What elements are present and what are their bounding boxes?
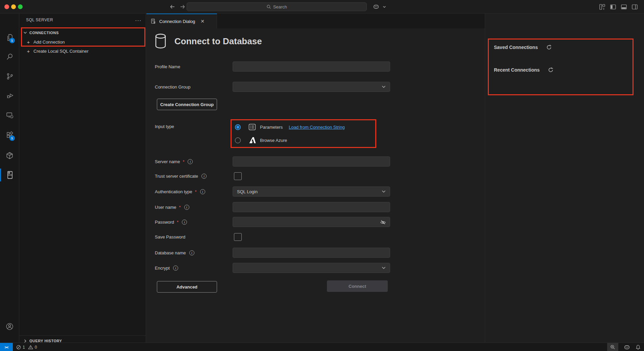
warning-count: 0 <box>35 345 37 350</box>
info-icon[interactable]: i <box>184 205 189 210</box>
plus-icon: + <box>26 39 31 45</box>
authentication-type-label: Authentication type* i <box>155 189 205 194</box>
chevron-down-icon <box>23 31 27 34</box>
sidebar-item-add-connection[interactable]: + Add Connection <box>19 37 146 46</box>
info-icon[interactable]: i <box>189 250 194 255</box>
tab-label: Connection Dialog <box>159 19 195 24</box>
user-name-input[interactable] <box>233 202 390 212</box>
extensions-badge: 1 <box>9 135 15 141</box>
connect-button[interactable]: Connect <box>327 280 388 292</box>
connections-section-header[interactable]: CONNECTIONS <box>19 28 146 37</box>
section-divider <box>19 335 146 336</box>
authentication-type-value: SQL Login <box>237 189 258 194</box>
toggle-panel-icon[interactable] <box>620 3 628 11</box>
customize-layout-icon[interactable] <box>598 3 606 11</box>
toggle-secondary-sidebar-icon[interactable] <box>630 3 639 11</box>
activity-bar: 1 1 <box>0 14 19 343</box>
copilot-status-icon[interactable] <box>624 345 630 350</box>
remote-explorer-icon[interactable] <box>0 107 19 123</box>
profile-name-label: Profile Name <box>155 64 180 69</box>
trust-server-certificate-checkbox[interactable] <box>234 172 242 180</box>
browse-azure-radio[interactable] <box>235 137 241 143</box>
toggle-primary-sidebar-icon[interactable] <box>609 3 617 11</box>
status-bar: >< 1 0 <box>0 343 644 351</box>
database-name-input[interactable] <box>233 248 390 258</box>
connections-side-panel: Saved Connections Recent Connections <box>485 14 644 343</box>
copilot-icon[interactable] <box>372 3 380 11</box>
navigate-forward-icon[interactable] <box>178 3 187 11</box>
info-icon[interactable]: i <box>173 266 178 271</box>
profile-name-input[interactable] <box>233 61 390 72</box>
search-placeholder: Search <box>273 4 287 9</box>
info-icon[interactable]: i <box>200 189 205 194</box>
plus-icon: + <box>26 48 31 54</box>
create-local-sql-container-label: Create Local SQL Container <box>33 49 89 54</box>
page-title: Connect to Database <box>174 36 262 47</box>
chevron-down-icon <box>382 85 386 88</box>
connection-dialog-tab-icon <box>150 18 157 24</box>
encrypt-select[interactable] <box>233 263 390 273</box>
containers-icon[interactable] <box>0 147 19 164</box>
required-marker: * <box>177 220 178 225</box>
server-name-input[interactable] <box>233 156 390 167</box>
problems-status[interactable]: 1 0 <box>16 343 37 351</box>
required-marker: * <box>195 189 197 194</box>
notifications-bell-icon[interactable] <box>636 345 641 350</box>
refresh-icon[interactable] <box>548 67 554 73</box>
trust-server-certificate-label: Trust server certificate i <box>155 174 207 179</box>
toggle-password-visibility-icon[interactable] <box>380 219 386 225</box>
explorer-badge: 1 <box>9 38 15 43</box>
authentication-type-select[interactable]: SQL Login <box>233 186 390 197</box>
connection-group-label: Connection Group <box>155 84 191 90</box>
add-connection-label: Add Connection <box>33 40 65 45</box>
sidebar-item-create-local-sql-container[interactable]: + Create Local SQL Container <box>19 47 146 55</box>
chevron-right-icon <box>24 339 27 343</box>
create-connection-group-button[interactable]: Create Connection Group <box>157 99 217 110</box>
chevron-down-icon <box>382 267 386 269</box>
advanced-button[interactable]: Advanced <box>157 281 217 293</box>
refresh-icon[interactable] <box>546 44 552 50</box>
title-bar: Search <box>0 0 644 14</box>
info-icon[interactable]: i <box>201 174 207 179</box>
info-icon[interactable]: i <box>182 220 187 225</box>
extensions-icon[interactable]: 1 <box>0 127 19 143</box>
recent-connections-label: Recent Connections <box>494 67 540 73</box>
sidebar-more-actions-icon[interactable]: ··· <box>134 16 143 25</box>
server-name-label: Server name* i <box>155 159 193 164</box>
error-count: 1 <box>23 345 25 350</box>
parameters-radio[interactable] <box>235 124 241 130</box>
save-password-checkbox[interactable] <box>234 233 242 241</box>
tab-connection-dialog[interactable]: Connection Dialog ✕ <box>146 14 217 28</box>
search-view-icon[interactable] <box>0 49 19 65</box>
run-debug-icon[interactable] <box>0 87 19 104</box>
required-marker: * <box>179 205 181 210</box>
parameters-icon <box>248 123 256 131</box>
encrypt-label: Encrypt i <box>155 266 178 271</box>
azure-icon <box>248 136 256 144</box>
navigate-back-icon[interactable] <box>168 3 176 11</box>
password-input[interactable] <box>233 217 390 227</box>
close-window-button[interactable] <box>4 4 9 9</box>
chevron-down-icon <box>382 190 386 193</box>
maximize-window-button[interactable] <box>18 4 23 9</box>
explorer-icon[interactable]: 1 <box>0 29 19 46</box>
save-password-label: Save Password <box>155 234 185 240</box>
database-icon <box>154 33 167 49</box>
zoom-status-icon[interactable] <box>607 343 618 351</box>
search-input[interactable]: Search <box>187 2 367 11</box>
sql-server-view-icon[interactable] <box>0 167 19 183</box>
source-control-icon[interactable] <box>0 68 19 84</box>
input-type-label: Input type <box>155 124 174 129</box>
info-icon[interactable]: i <box>188 159 193 164</box>
minimize-window-button[interactable] <box>11 4 16 9</box>
required-marker: * <box>183 159 184 164</box>
load-from-connection-string-link[interactable]: Load from Connection String <box>289 125 344 130</box>
sidebar-sql-server: SQL SERVER ··· CONNECTIONS + Add Connect… <box>19 14 146 343</box>
tab-close-icon[interactable]: ✕ <box>199 18 206 25</box>
copilot-chevron-down-icon[interactable] <box>380 3 388 11</box>
accounts-icon[interactable] <box>0 318 19 334</box>
remote-indicator[interactable]: >< <box>0 343 13 351</box>
sidebar-title: SQL SERVER <box>26 18 53 22</box>
search-icon <box>266 4 271 9</box>
connection-group-select[interactable] <box>233 82 390 92</box>
